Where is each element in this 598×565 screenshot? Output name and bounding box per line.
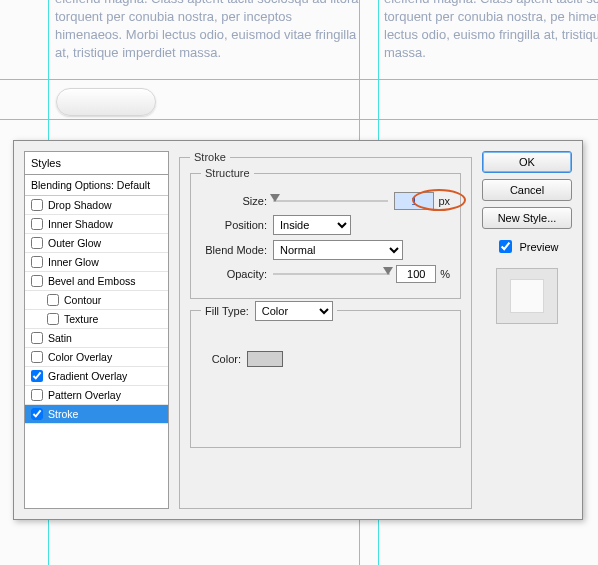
button-shape-preview: [56, 88, 156, 116]
opacity-input[interactable]: [396, 265, 436, 283]
style-checkbox[interactable]: [31, 351, 43, 363]
opacity-unit: %: [440, 268, 450, 280]
filltype-label: Fill Type:: [205, 305, 255, 317]
structure-legend: Structure: [201, 167, 254, 179]
filltype-select[interactable]: Color: [255, 301, 333, 321]
style-item-stroke[interactable]: Stroke: [25, 405, 168, 424]
style-item-drop-shadow[interactable]: Drop Shadow: [25, 196, 168, 215]
style-checkbox[interactable]: [31, 199, 43, 211]
guide-horizontal: [0, 79, 598, 80]
style-checkbox[interactable]: [31, 408, 43, 420]
style-item-outer-glow[interactable]: Outer Glow: [25, 234, 168, 253]
style-item-label: Drop Shadow: [48, 199, 112, 211]
style-item-contour[interactable]: Contour: [25, 291, 168, 310]
style-checkbox[interactable]: [31, 389, 43, 401]
style-item-inner-shadow[interactable]: Inner Shadow: [25, 215, 168, 234]
blending-options-row[interactable]: Blending Options: Default: [25, 175, 168, 196]
style-item-bevel-and-emboss[interactable]: Bevel and Emboss: [25, 272, 168, 291]
style-item-inner-glow[interactable]: Inner Glow: [25, 253, 168, 272]
style-checkbox[interactable]: [47, 294, 59, 306]
style-item-label: Pattern Overlay: [48, 389, 121, 401]
style-checkbox[interactable]: [31, 218, 43, 230]
style-checkbox[interactable]: [31, 256, 43, 268]
opacity-slider[interactable]: [273, 273, 390, 275]
stroke-legend: Stroke: [190, 151, 230, 163]
style-item-label: Outer Glow: [48, 237, 101, 249]
style-item-gradient-overlay[interactable]: Gradient Overlay: [25, 367, 168, 386]
filltype-legend-row: Fill Type: Color: [190, 310, 461, 330]
style-item-texture[interactable]: Texture: [25, 310, 168, 329]
style-item-label: Inner Shadow: [48, 218, 113, 230]
style-checkbox[interactable]: [31, 275, 43, 287]
style-checkbox[interactable]: [31, 332, 43, 344]
preview-thumbnail: [496, 268, 558, 324]
opacity-slider-thumb[interactable]: [383, 267, 393, 275]
style-item-pattern-overlay[interactable]: Pattern Overlay: [25, 386, 168, 405]
size-input[interactable]: [394, 192, 434, 210]
style-item-label: Color Overlay: [48, 351, 112, 363]
size-unit: px: [438, 195, 450, 207]
fill-body: Color:: [190, 328, 461, 448]
dialog-buttons-panel: OK Cancel New Style... Preview: [482, 151, 572, 509]
style-item-label: Bevel and Emboss: [48, 275, 136, 287]
style-checkbox[interactable]: [47, 313, 59, 325]
style-item-label: Satin: [48, 332, 72, 344]
preview-checkbox[interactable]: [499, 240, 512, 253]
style-item-label: Gradient Overlay: [48, 370, 127, 382]
style-item-label: Texture: [64, 313, 98, 325]
guide-horizontal: [0, 119, 598, 120]
style-checkbox[interactable]: [31, 237, 43, 249]
cancel-button[interactable]: Cancel: [482, 179, 572, 201]
opacity-label: Opacity:: [201, 268, 273, 280]
style-item-label: Inner Glow: [48, 256, 99, 268]
color-label: Color:: [201, 353, 247, 365]
stroke-color-swatch[interactable]: [247, 351, 283, 367]
stroke-settings-panel: Stroke Structure Size: px Position: Insi…: [179, 151, 472, 509]
structure-fieldset: Structure Size: px Position: Inside: [190, 167, 461, 299]
preview-thumbnail-inner: [510, 279, 544, 313]
style-item-label: Contour: [64, 294, 101, 306]
styles-list-panel: Styles Blending Options: Default Drop Sh…: [24, 151, 169, 509]
blend-mode-select[interactable]: Normal: [273, 240, 403, 260]
position-label: Position:: [201, 219, 273, 231]
stroke-fieldset: Stroke Structure Size: px Position: Insi…: [179, 151, 472, 509]
ok-button[interactable]: OK: [482, 151, 572, 173]
style-item-label: Stroke: [48, 408, 78, 420]
size-label: Size:: [201, 195, 273, 207]
preview-label: Preview: [519, 241, 558, 253]
bg-text-col-2: eleifend magna. Class aptent taciti soci…: [384, 0, 598, 62]
layer-style-dialog: Styles Blending Options: Default Drop Sh…: [13, 140, 583, 520]
style-item-color-overlay[interactable]: Color Overlay: [25, 348, 168, 367]
position-select[interactable]: Inside: [273, 215, 351, 235]
style-checkbox[interactable]: [31, 370, 43, 382]
size-slider[interactable]: [273, 200, 388, 202]
size-slider-thumb[interactable]: [270, 194, 280, 202]
blend-mode-label: Blend Mode:: [201, 244, 273, 256]
new-style-button[interactable]: New Style...: [482, 207, 572, 229]
styles-header[interactable]: Styles: [25, 152, 168, 175]
bg-text-col-1: eleifend magna. Class aptent taciti soci…: [55, 0, 360, 62]
style-item-satin[interactable]: Satin: [25, 329, 168, 348]
